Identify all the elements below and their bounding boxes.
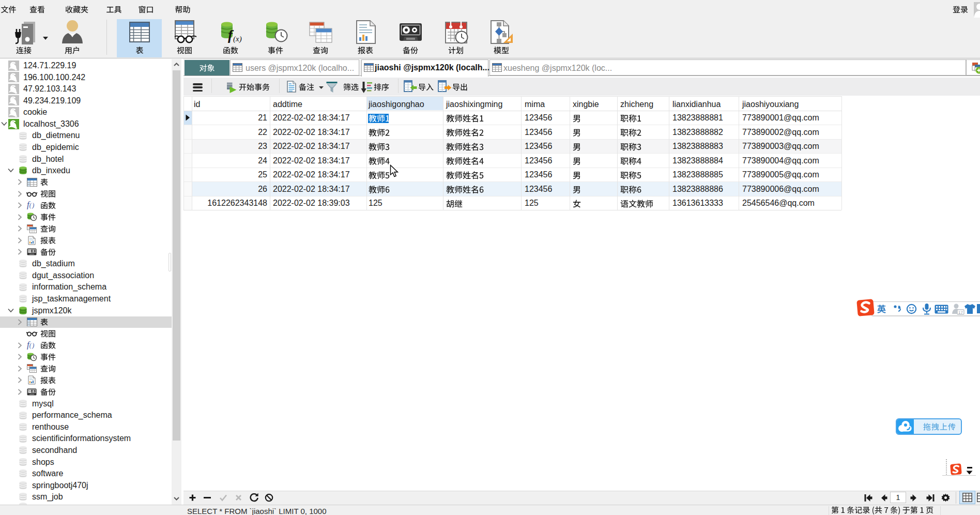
svg-text:(x): (x): [233, 35, 242, 43]
svg-text:17: 17: [958, 310, 963, 315]
